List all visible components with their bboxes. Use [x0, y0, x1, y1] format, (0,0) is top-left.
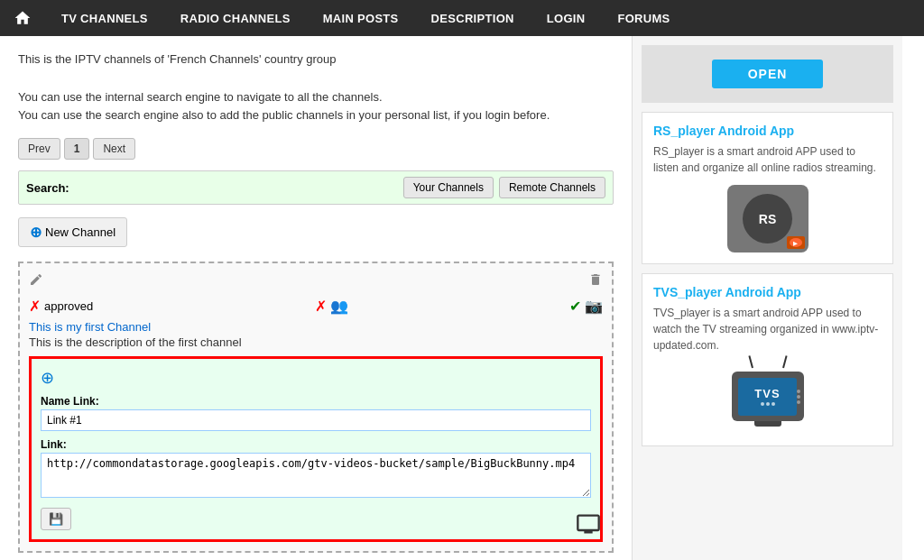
- intro-line1: This is the IPTV channels of 'French Cha…: [18, 50, 614, 69]
- photo-status: ✔ 📷: [569, 298, 603, 315]
- main-layout: This is the IPTV channels of 'French Cha…: [0, 36, 924, 560]
- new-channel-button[interactable]: ⊕ New Channel: [18, 217, 127, 247]
- pagination: Prev 1 Next: [18, 138, 614, 160]
- channel-title[interactable]: This is my first Channel: [29, 320, 603, 334]
- nav-forums[interactable]: FORUMS: [601, 0, 686, 36]
- link-form: ⊕ Name Link: Link: http://commondatastor…: [29, 356, 603, 542]
- link-form-header: ⊕: [41, 368, 591, 388]
- link-textarea[interactable]: http://commondatastorage.googleapis.com/…: [41, 453, 591, 498]
- delete-icon[interactable]: [588, 272, 603, 290]
- tvs-player-section: TVS_player Android App TVS_player is a s…: [642, 273, 893, 446]
- open-button[interactable]: OPEN: [712, 60, 824, 88]
- edit-icon[interactable]: [29, 272, 43, 290]
- nav-main-posts[interactable]: MAIN POSTS: [307, 0, 415, 36]
- page-1-button[interactable]: 1: [64, 138, 90, 160]
- group-x-icon: ✗: [315, 298, 327, 315]
- save-link-button[interactable]: 💾: [41, 508, 71, 530]
- approved-label: approved: [44, 299, 93, 313]
- search-input[interactable]: [77, 181, 403, 195]
- nav-description[interactable]: DESCRIPTION: [415, 0, 531, 36]
- tvs-player-title[interactable]: TVS_player Android App: [653, 285, 882, 299]
- rs-logo: RS: [743, 194, 792, 243]
- next-button[interactable]: Next: [93, 138, 135, 160]
- main-content: This is the IPTV channels of 'French Cha…: [0, 36, 632, 560]
- prev-button[interactable]: Prev: [18, 138, 60, 160]
- approved-x-icon: ✗: [29, 298, 41, 315]
- group-status: ✗ 👥: [315, 298, 348, 315]
- intro-line2: You can use the internal search engine t…: [18, 88, 614, 107]
- search-buttons: Your Channels Remote Channels: [403, 177, 605, 198]
- link-form-plus-icon[interactable]: ⊕: [41, 368, 54, 388]
- remote-channels-button[interactable]: Remote Channels: [499, 177, 605, 198]
- intro-section: This is the IPTV channels of 'French Cha…: [18, 50, 614, 125]
- link-label: Link:: [41, 438, 591, 451]
- name-link-row: Name Link:: [41, 395, 591, 431]
- search-bar: Search: Your Channels Remote Channels: [18, 170, 614, 205]
- photo-icon: 📷: [585, 298, 603, 315]
- name-link-input[interactable]: [41, 409, 591, 431]
- intro-line3: You can use the search engine also to ad…: [18, 106, 614, 125]
- tvs-logo: TVS: [727, 363, 808, 435]
- search-label: Search:: [26, 181, 69, 195]
- card-status-row: ✗ approved ✗ 👥 ✔ 📷: [29, 298, 603, 315]
- open-button-container: OPEN: [642, 45, 893, 103]
- link-row: Link: http://commondatastorage.googleapi…: [41, 438, 591, 500]
- channel-card: ✗ approved ✗ 👥 ✔ 📷 This is my first Chan…: [18, 262, 614, 553]
- plus-icon: ⊕: [30, 224, 42, 241]
- name-link-label: Name Link:: [41, 395, 591, 408]
- tvs-player-text: TVS_player is a smart android APP used t…: [653, 305, 882, 353]
- check-icon: ✔: [569, 298, 581, 315]
- approved-status: ✗ approved: [29, 298, 93, 315]
- rs-player-text: RS_player is a smart android APP used to…: [653, 143, 882, 176]
- nav-tv-channels[interactable]: TV CHANNELS: [45, 0, 164, 36]
- nav-bar: TV CHANNELS RADIO CHANNELS MAIN POSTS DE…: [0, 0, 924, 36]
- nav-login[interactable]: LOGIN: [531, 0, 602, 36]
- channel-card-header: [29, 272, 603, 290]
- rs-player-section: RS_player Android App RS_player is a sma…: [642, 112, 893, 264]
- nav-radio-channels[interactable]: RADIO CHANNELS: [164, 0, 307, 36]
- tv-icon: [574, 511, 603, 542]
- group-icon: 👥: [330, 298, 348, 315]
- channel-description: This is the description of the first cha…: [29, 335, 242, 349]
- rs-player-title[interactable]: RS_player Android App: [653, 124, 882, 138]
- sidebar: OPEN RS_player Android App RS_player is …: [632, 36, 902, 560]
- save-icon: 💾: [49, 512, 63, 526]
- new-channel-label: New Channel: [45, 225, 116, 239]
- home-nav-item[interactable]: [0, 0, 45, 36]
- your-channels-button[interactable]: Your Channels: [403, 177, 494, 198]
